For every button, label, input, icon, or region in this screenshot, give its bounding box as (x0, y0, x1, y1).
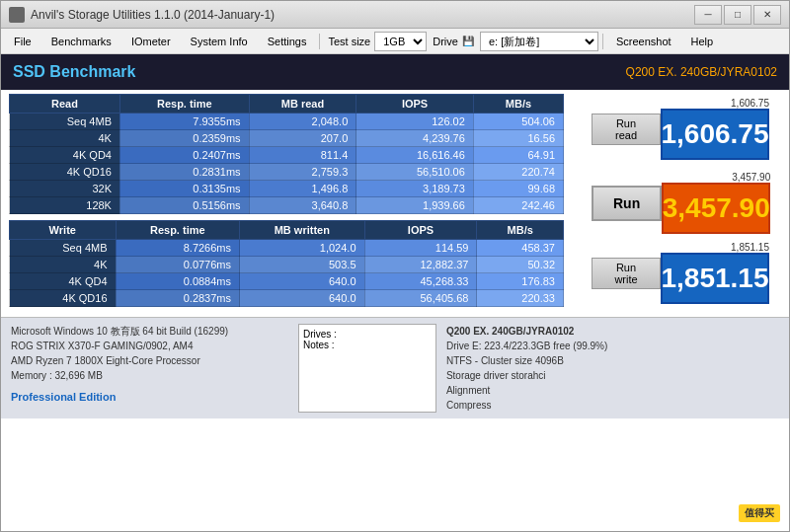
hdd-icon: 💾 (462, 36, 474, 46)
run-total-wrapper: Run 3,457.90 3,457.90 (592, 172, 769, 234)
write-row-0-col-3: 114.59 (364, 240, 477, 257)
read-score-display: 1,606.75 (661, 109, 769, 160)
col-mbs: MB/s (473, 95, 563, 114)
drives-notes-box[interactable]: Drives : Notes : (298, 324, 436, 413)
drive-info-title: Q200 EX. 240GB/JYRA0102 (446, 324, 779, 339)
maximize-button[interactable]: □ (724, 5, 751, 25)
write-row-0-col-0: Seq 4MB (10, 240, 117, 257)
drives-label: Drives : (303, 329, 432, 340)
notes-label: Notes : (303, 340, 432, 350)
col-mb-written: MB written (240, 221, 365, 240)
read-score-wrapper: Run read 1,606.75 1,606.75 (592, 98, 769, 160)
read-row-5-col-2: 3,640.8 (249, 197, 356, 214)
write-row-2-col-1: 0.0884ms (116, 273, 239, 290)
drive-label: Drive (433, 36, 458, 47)
write-row-2-col-2: 640.0 (240, 273, 365, 290)
read-row-4-col-4: 99.68 (473, 181, 563, 197)
write-row-1-col-3: 12,882.37 (364, 257, 477, 273)
main-window: Anvil's Storage Utilities 1.1.0 (2014-Ja… (0, 0, 790, 532)
app-icon (9, 7, 25, 23)
read-row-3-col-0: 4K QD16 (10, 164, 120, 181)
run-read-button[interactable]: Run read (592, 114, 661, 145)
write-row-3-col-3: 56,405.68 (364, 290, 477, 307)
menu-benchmarks[interactable]: Benchmarks (42, 33, 120, 50)
tables-section: Read Resp. time MB read IOPS MB/s Seq 4M… (1, 94, 572, 313)
col-wresp-time: Resp. time (116, 221, 239, 240)
content-area: SSD Benchmark Q200 EX. 240GB/JYRA0102 Re… (1, 54, 789, 531)
col-resp-time: Resp. time (119, 95, 249, 114)
menu-iometer[interactable]: IOmeter (122, 33, 180, 50)
write-row-2-col-0: 4K QD4 (10, 273, 117, 290)
read-row-0-col-4: 504.06 (473, 114, 563, 130)
test-size-label: Test size (328, 36, 370, 47)
write-row-3-col-4: 220.33 (477, 290, 564, 307)
sys-info-line: Microsoft Windows 10 教育版 64 bit Build (1… (11, 324, 288, 339)
drive-info-line: NTFS - Cluster size 4096B (446, 353, 779, 368)
menu-separator-2 (602, 34, 603, 49)
write-row-3-col-0: 4K QD16 (10, 290, 117, 307)
read-row-2-col-4: 64.91 (473, 147, 563, 164)
read-row-1-col-4: 16.56 (473, 130, 563, 147)
write-score-wrapper: Run write 1,851.15 1,851.15 (592, 242, 769, 304)
screenshot-button[interactable]: Screenshot (607, 33, 680, 50)
device-subtitle: Q200 EX. 240GB/JYRA0102 (626, 65, 777, 79)
write-score-top: 1,851.15 (661, 242, 769, 253)
close-button[interactable]: ✕ (753, 5, 781, 25)
write-row-1-col-2: 503.5 (240, 257, 365, 273)
read-row-4-col-1: 0.3135ms (119, 181, 249, 197)
read-row-0-col-0: Seq 4MB (10, 114, 120, 130)
write-row-3-col-2: 640.0 (240, 290, 365, 307)
read-row-0-col-1: 7.9355ms (119, 114, 249, 130)
drive-info-line: Storage driver storahci (446, 368, 779, 383)
read-row-2-col-1: 0.2407ms (119, 147, 249, 164)
test-size-select[interactable]: 1GB (374, 32, 427, 51)
read-row-1-col-1: 0.2359ms (119, 130, 249, 147)
col-read: Read (10, 95, 120, 114)
read-row-3-col-4: 220.74 (473, 164, 563, 181)
read-table: Read Resp. time MB read IOPS MB/s Seq 4M… (9, 94, 564, 214)
read-row-3-col-3: 56,510.06 (356, 164, 474, 181)
write-row-0-col-1: 8.7266ms (116, 240, 239, 257)
read-score-top: 1,606.75 (661, 98, 769, 109)
menu-system-info[interactable]: System Info (182, 33, 257, 50)
read-row-5-col-1: 0.5156ms (119, 197, 249, 214)
read-row-5-col-4: 242.46 (473, 197, 563, 214)
menu-help[interactable]: Help (682, 33, 723, 50)
minimize-button[interactable]: ─ (694, 5, 722, 25)
write-row-3-col-1: 0.2837ms (116, 290, 239, 307)
test-size-control: Test size 1GB (328, 32, 427, 51)
run-write-button[interactable]: Run write (592, 258, 661, 289)
read-row-3-col-1: 0.2831ms (119, 164, 249, 181)
read-row-3-col-2: 2,759.3 (249, 164, 356, 181)
read-row-1-col-2: 207.0 (249, 130, 356, 147)
write-row-2-col-3: 45,268.33 (364, 273, 477, 290)
write-row-2-col-4: 176.83 (477, 273, 564, 290)
watermark: 值得买 (739, 504, 780, 522)
bottom-section: Microsoft Windows 10 教育版 64 bit Build (1… (1, 317, 789, 418)
window-title: Anvil's Storage Utilities 1.1.0 (2014-Ja… (31, 8, 275, 22)
drive-info: Q200 EX. 240GB/JYRA0102 Drive E: 223.4/2… (446, 324, 779, 413)
menu-file[interactable]: File (5, 33, 40, 50)
sys-info-line: AMD Ryzen 7 1800X Eight-Core Processor (11, 353, 288, 368)
drive-info-line: Drive E: 223.4/223.3GB free (99.9%) (446, 339, 779, 353)
read-row-4-col-3: 3,189.73 (356, 181, 474, 197)
read-row-0-col-2: 2,048.0 (249, 114, 356, 130)
col-mb-read: MB read (249, 95, 356, 114)
menu-settings[interactable]: Settings (259, 33, 316, 50)
write-row-1-col-4: 50.32 (477, 257, 564, 273)
write-row-1-col-0: 4K (10, 257, 117, 273)
total-score-top: 3,457.90 (662, 172, 770, 183)
title-bar: Anvil's Storage Utilities 1.1.0 (2014-Ja… (1, 1, 789, 29)
write-row-1-col-1: 0.0776ms (116, 257, 239, 273)
menu-bar: File Benchmarks IOmeter System Info Sett… (1, 29, 789, 54)
col-wmbs: MB/s (477, 221, 564, 240)
read-row-2-col-3: 16,616.46 (356, 147, 474, 164)
read-row-1-col-0: 4K (10, 130, 120, 147)
sys-info-line: Memory : 32,696 MB (11, 368, 288, 383)
controls-section: Run read 1,606.75 1,606.75 Run 3,457.90 … (572, 94, 789, 313)
write-score-display: 1,851.15 (661, 253, 769, 304)
run-button[interactable]: Run (592, 186, 662, 221)
write-table: Write Resp. time MB written IOPS MB/s Se… (9, 220, 564, 307)
sys-info-line: ROG STRIX X370-F GAMING/0902, AM4 (11, 339, 288, 353)
drive-select[interactable]: e: [新加卷] (480, 32, 598, 51)
